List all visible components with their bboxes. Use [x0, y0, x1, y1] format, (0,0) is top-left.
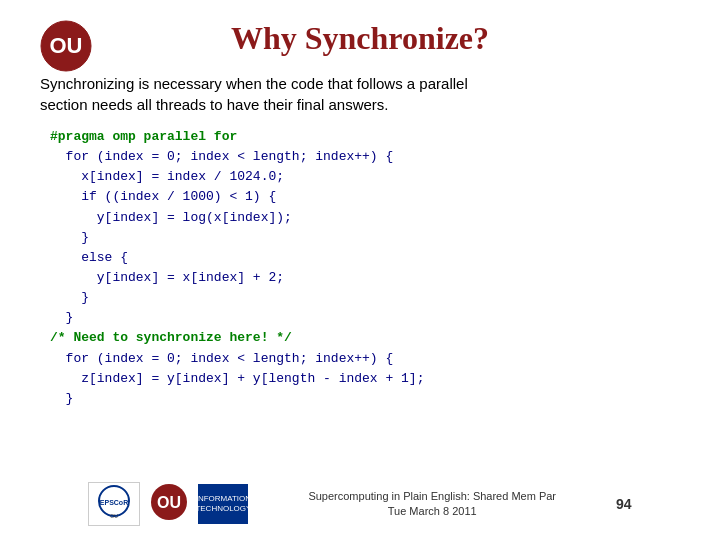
- code-line-6: else {: [50, 250, 128, 265]
- svg-text:OU: OU: [157, 494, 181, 511]
- code-line-4: y[index] = log(x[index]);: [50, 210, 292, 225]
- page-number: 94: [616, 496, 632, 512]
- slide: OU Why Synchronize? Synchronizing is nec…: [0, 0, 720, 540]
- body-paragraph: Synchronizing is necessary when the code…: [40, 73, 680, 115]
- epscor-logo: EPSCoR OU: [88, 482, 140, 526]
- code-line-5: }: [50, 230, 89, 245]
- code-line-8: }: [50, 290, 89, 305]
- code-line-11: z[index] = y[index] + y[length - index +…: [50, 371, 424, 386]
- code-line-pragma: #pragma omp parallel for: [50, 129, 237, 144]
- ou-logo-header: OU: [40, 20, 92, 72]
- code-line-9: }: [50, 310, 73, 325]
- slide-header: OU Why Synchronize?: [40, 20, 680, 57]
- ou-logo-footer: OU: [150, 483, 188, 525]
- code-block: #pragma omp parallel for for (index = 0;…: [50, 127, 680, 409]
- code-line-10: for (index = 0; index < length; index++)…: [50, 351, 393, 366]
- code-line-1: for (index = 0; index < length; index++)…: [50, 149, 393, 164]
- svg-text:OU: OU: [111, 513, 119, 519]
- footer-logos: EPSCoR OU OU INFORMATIONTECHNOLOGY: [88, 482, 248, 526]
- slide-title: Why Synchronize?: [231, 20, 489, 57]
- code-line-2: x[index] = index / 1024.0;: [50, 169, 284, 184]
- footer-subtitle: Supercomputing in Plain English: Shared …: [308, 489, 556, 520]
- it-logo-footer: INFORMATIONTECHNOLOGY: [198, 484, 248, 524]
- code-line-12: }: [50, 391, 73, 406]
- code-line-sync: /* Need to synchronize here! */: [50, 330, 292, 345]
- slide-footer: EPSCoR OU OU INFORMATIONTECHNOLOGY Super…: [0, 482, 720, 526]
- svg-text:OU: OU: [50, 33, 83, 58]
- code-line-7: y[index] = x[index] + 2;: [50, 270, 284, 285]
- code-line-3: if ((index / 1000) < 1) {: [50, 189, 276, 204]
- svg-text:EPSCoR: EPSCoR: [100, 499, 128, 506]
